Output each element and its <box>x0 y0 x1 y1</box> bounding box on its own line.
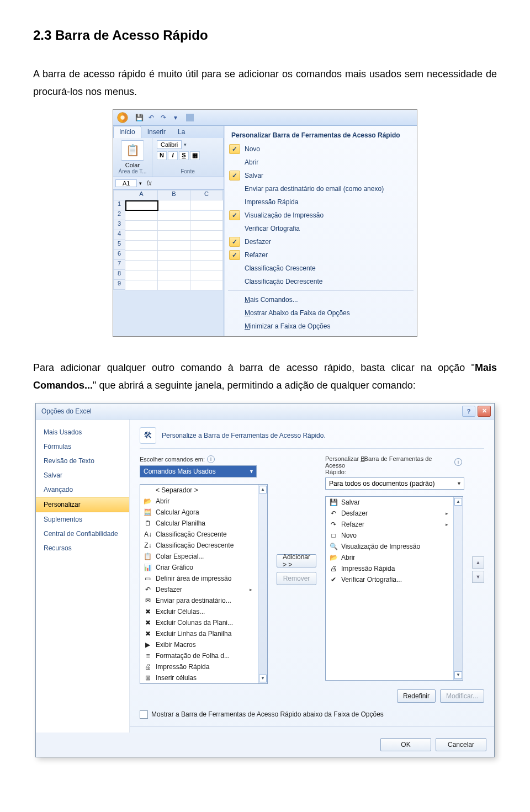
scrollbar[interactable]: ▲ ▼ <box>453 497 463 680</box>
row-header[interactable]: 8 <box>113 270 125 280</box>
cell[interactable] <box>125 261 158 270</box>
move-down-button[interactable]: ▼ <box>472 571 484 583</box>
move-up-button[interactable]: ▲ <box>472 556 484 569</box>
column-header[interactable]: B <box>158 190 190 200</box>
list-item[interactable]: ↷Refazer▸ <box>326 519 453 530</box>
list-item[interactable]: 🖨Impressão Rápida <box>140 661 258 672</box>
scrollbar[interactable]: ▲ ▼ <box>258 485 267 683</box>
cell[interactable] <box>125 251 158 261</box>
qat-menu-item[interactable]: Classificação Crescente <box>225 262 417 275</box>
ok-button[interactable]: OK <box>380 738 431 751</box>
cell[interactable] <box>190 251 223 261</box>
qat-menu-item[interactable]: Verificar Ortografia <box>225 222 417 235</box>
qat-menu-item[interactable]: Enviar para destinatário do email (como … <box>225 182 417 195</box>
row-header[interactable]: 3 <box>113 220 125 230</box>
bold-button[interactable]: N <box>157 151 167 160</box>
cell[interactable] <box>158 221 190 231</box>
list-item[interactable]: ▭Definir área de impressão <box>140 573 258 584</box>
category-item[interactable]: Revisão de Texto <box>36 454 129 468</box>
cancel-button[interactable]: Cancelar <box>436 738 486 751</box>
cell[interactable] <box>158 200 191 210</box>
help-button[interactable]: ? <box>462 406 475 417</box>
column-header[interactable]: A <box>125 190 158 200</box>
reset-button[interactable]: Redefinir <box>397 689 436 703</box>
choose-commands-combo[interactable]: Comandos Mais Usados▼ <box>140 465 257 477</box>
list-item[interactable]: 📋Colar Especial... <box>140 551 258 562</box>
cell[interactable] <box>190 261 223 270</box>
cell[interactable] <box>125 200 158 211</box>
row-header[interactable]: 1 <box>113 200 125 210</box>
list-item[interactable]: ▶Exibir Macros <box>140 639 258 650</box>
cell[interactable] <box>158 231 190 241</box>
info-icon[interactable]: i <box>207 455 215 463</box>
category-item[interactable]: Mais Usados <box>36 425 129 439</box>
list-item[interactable]: 🔍Visualização de Impressão <box>326 541 453 552</box>
cell[interactable] <box>190 280 223 290</box>
cell[interactable] <box>158 211 190 221</box>
qat-menu-item[interactable]: ✓Refazer <box>225 248 417 262</box>
font-name-combo[interactable]: Calibri <box>157 140 182 149</box>
list-item[interactable]: 💾Salvar <box>326 497 453 508</box>
cell[interactable] <box>158 261 190 270</box>
list-item[interactable]: ≡Formatação de Folha d... <box>140 650 258 661</box>
cell[interactable] <box>158 270 190 280</box>
list-item[interactable]: 📊Criar Gráfico <box>140 562 258 573</box>
scope-combo[interactable]: Para todos os documentos (padrão)▼ <box>325 477 464 490</box>
list-item[interactable]: 🗒Calcular Planilha <box>140 518 258 529</box>
row-header[interactable]: 2 <box>113 210 125 220</box>
font-dropdown-icon[interactable]: ▾ <box>184 142 187 147</box>
paste-button[interactable]: 📋 <box>121 140 144 161</box>
qat-menu-item[interactable]: ✓Novo <box>225 142 417 156</box>
italic-button[interactable]: I <box>168 151 178 160</box>
add-button[interactable]: Adicionar > > <box>277 554 316 567</box>
current-qat-list[interactable]: 💾Salvar↶Desfazer▸↷Refazer▸□Novo🔍Visualiz… <box>325 496 463 681</box>
category-item[interactable]: Recursos <box>36 541 129 555</box>
list-item[interactable]: ✖Excluir Células... <box>140 606 258 617</box>
list-item[interactable]: 🖨Impressão Rápida <box>326 563 453 574</box>
qat-menu-item[interactable]: Minimizar a Faixa de Opções <box>225 320 417 333</box>
underline-button[interactable]: S <box>179 151 189 160</box>
save-icon[interactable]: 💾 <box>135 114 143 121</box>
row-header[interactable]: 5 <box>113 240 125 250</box>
column-header[interactable]: C <box>190 190 223 200</box>
cell[interactable] <box>190 270 223 280</box>
cell[interactable] <box>158 280 190 290</box>
cell[interactable] <box>125 221 158 231</box>
cell[interactable] <box>190 211 223 221</box>
modify-button[interactable]: Modificar... <box>440 689 484 703</box>
scroll-up-icon[interactable]: ▲ <box>259 486 267 493</box>
qat-menu-item[interactable]: ✓Salvar <box>225 169 417 182</box>
category-item[interactable]: Fórmulas <box>36 439 129 454</box>
category-item[interactable]: Salvar <box>36 468 129 482</box>
list-item[interactable]: 🧮Calcular Agora <box>140 507 258 518</box>
checkbox-icon[interactable] <box>140 710 148 719</box>
row-header[interactable]: 4 <box>113 230 125 240</box>
border-button[interactable]: ▦ <box>190 151 200 160</box>
qat-menu-item[interactable]: Classificação Decrescente <box>225 275 417 288</box>
category-item[interactable]: Personalizar <box>36 497 129 512</box>
cell[interactable] <box>125 270 158 280</box>
cell[interactable] <box>190 221 223 231</box>
close-button[interactable]: ✕ <box>478 406 491 417</box>
row-header[interactable]: 6 <box>113 250 125 260</box>
name-box[interactable]: A1 <box>115 179 137 187</box>
ribbon-tab-more[interactable]: La <box>172 126 191 138</box>
scroll-down-icon[interactable]: ▼ <box>454 671 462 679</box>
show-below-ribbon-checkbox[interactable]: Mostrar a Barra de Ferramentas de Acesso… <box>140 710 484 719</box>
cell[interactable] <box>191 200 224 210</box>
category-item[interactable]: Avançado <box>36 482 129 497</box>
undo-icon[interactable]: ↶ <box>147 114 155 121</box>
list-item[interactable]: 📂Abrir <box>326 552 453 563</box>
list-item[interactable]: ✖Excluir Colunas da Plani... <box>140 617 258 628</box>
qat-menu-item[interactable]: ✓Visualização de Impressão <box>225 209 417 222</box>
cell[interactable] <box>190 241 223 251</box>
cell[interactable] <box>158 241 190 251</box>
ribbon-tab-inicio[interactable]: Início <box>113 126 141 138</box>
ribbon-tab-inserir[interactable]: Inserir <box>141 126 172 138</box>
list-item[interactable]: ✉Enviar para destinatário... <box>140 595 258 606</box>
select-all-corner[interactable] <box>113 190 126 200</box>
list-item[interactable]: ✖Excluir Linhas da Planilha <box>140 628 258 639</box>
qat-dropdown-icon[interactable]: ▾ <box>172 114 179 121</box>
available-commands-list[interactable]: < Separador >📂Abrir🧮Calcular Agora🗒Calcu… <box>140 484 268 684</box>
category-item[interactable]: Central de Confiabilidade <box>36 527 129 541</box>
